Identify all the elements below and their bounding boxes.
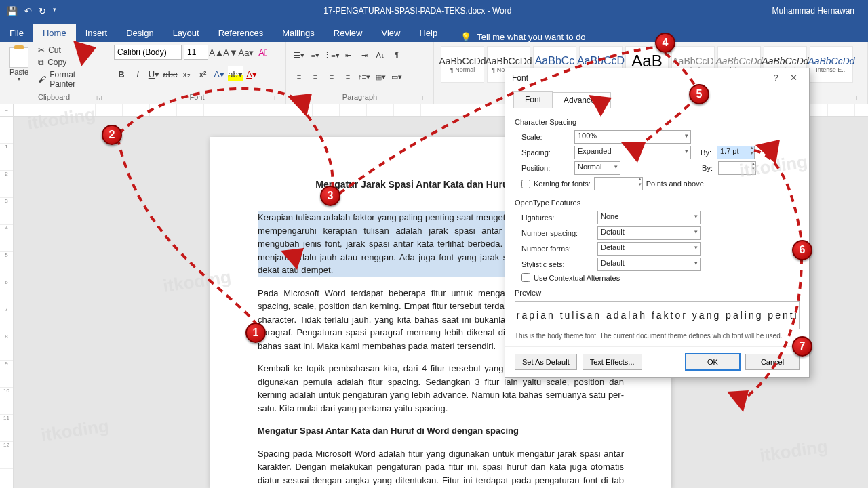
annotation-badge-5: 5 (689, 84, 709, 104)
svg-marker-1 (73, 41, 96, 66)
annotation-badge-7: 7 (792, 336, 812, 357)
annotation-badge-3: 3 (320, 186, 340, 206)
svg-marker-0 (281, 248, 304, 270)
annotation-overlay (0, 0, 868, 488)
annotation-badge-6: 6 (792, 240, 812, 260)
svg-marker-6 (727, 390, 749, 412)
svg-marker-3 (589, 95, 612, 117)
annotation-badge-1: 1 (245, 323, 266, 343)
svg-marker-2 (288, 94, 312, 117)
annotation-badge-2: 2 (102, 125, 122, 145)
annotation-badge-4: 4 (655, 33, 675, 53)
svg-marker-4 (621, 142, 646, 163)
